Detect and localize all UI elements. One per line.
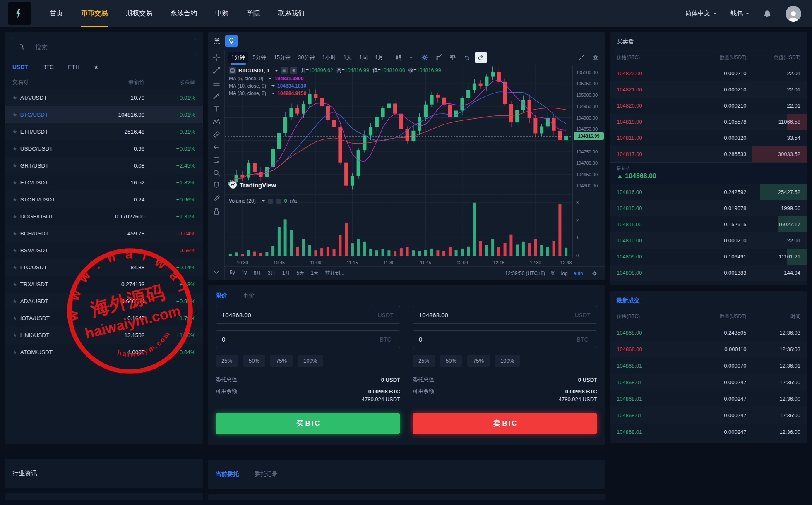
percent-button-75%[interactable]: 75%: [270, 355, 293, 367]
favorite-star-icon[interactable]: ★: [12, 332, 17, 338]
time-axis[interactable]: 10:3010:4511:0011:1511:3011:4512:0012:15…: [225, 258, 605, 266]
market-row[interactable]: ★BCH/USDT459.78-1.04%: [5, 225, 203, 242]
search-input[interactable]: [30, 43, 196, 50]
brand-logo[interactable]: [8, 2, 31, 25]
ask-row[interactable]: 104819.000.10557811066.58: [610, 114, 807, 130]
notifications-bell-icon[interactable]: [763, 10, 771, 18]
orders-tab-当前委托[interactable]: 当前委托: [216, 471, 239, 478]
chevron-down-icon[interactable]: [271, 85, 275, 89]
bid-row[interactable]: 104815.000.0190781999.66: [610, 200, 807, 216]
nav-item-学院[interactable]: 学院: [247, 0, 260, 27]
legend-eye-icon[interactable]: ◎: [281, 67, 288, 74]
nav-item-首页[interactable]: 首页: [50, 0, 63, 27]
wallet-menu[interactable]: 钱包: [730, 10, 749, 17]
market-row[interactable]: ★BSV/USDT30.3926-0.56%: [5, 242, 203, 259]
percent-button-25%[interactable]: 25%: [216, 355, 238, 367]
tab-USDT[interactable]: USDT: [12, 64, 28, 70]
buy-button[interactable]: 买 BTC: [216, 413, 400, 434]
volume-eye-icon[interactable]: [268, 199, 273, 204]
nav-item-期权交易[interactable]: 期权交易: [126, 0, 152, 27]
indicators-icon[interactable]: [432, 52, 445, 63]
chevron-down-icon[interactable]: [271, 93, 275, 96]
range-3月[interactable]: 3月: [268, 270, 276, 277]
percent-button-100%[interactable]: 100%: [298, 355, 323, 367]
percent-scale-button[interactable]: %: [551, 270, 555, 276]
price-axis[interactable]: 105100.00105050.00105000.00104950.001049…: [572, 65, 605, 258]
nav-item-永续合约[interactable]: 永续合约: [171, 0, 197, 27]
order-type-tab-限价[interactable]: 限价: [216, 292, 227, 299]
market-row[interactable]: ★TRX/USDT0.274193+1.3%: [5, 276, 203, 293]
interval-1天[interactable]: 1天: [340, 52, 355, 63]
market-row[interactable]: ★ATA/USDT10.79+0.01%: [5, 89, 203, 106]
favorite-star-icon[interactable]: ★: [12, 163, 17, 169]
zoom-icon[interactable]: [212, 169, 221, 177]
theme-light-button[interactable]: [225, 35, 238, 47]
market-row[interactable]: ★BTC/USDT104816.99+0.01%: [5, 106, 203, 123]
ask-row[interactable]: 104822.000.00021022.01: [610, 65, 807, 81]
interval-30分钟[interactable]: 30分钟: [295, 52, 318, 63]
ask-row[interactable]: 104817.000.28653330033.52: [610, 146, 807, 162]
interval-5分钟[interactable]: 5分钟: [249, 52, 269, 63]
market-row[interactable]: ★STORJ/USDT0.24+0.96%: [5, 191, 203, 208]
interval-1周[interactable]: 1周: [356, 52, 371, 63]
undo-icon[interactable]: [461, 52, 473, 63]
tab-BTC[interactable]: BTC: [42, 64, 54, 70]
sell-button[interactable]: 卖 BTC: [413, 413, 597, 434]
measure-icon[interactable]: [212, 194, 221, 203]
language-menu[interactable]: 简体中文: [685, 10, 716, 17]
theme-dark-button[interactable]: 黑: [214, 37, 220, 45]
tab-favorites[interactable]: ★: [94, 64, 99, 70]
magnet-icon[interactable]: [212, 182, 221, 190]
symbol-label[interactable]: BTCUSDT, 1: [238, 67, 269, 74]
range-6月[interactable]: 6月: [253, 270, 261, 277]
range-5天[interactable]: 5天: [296, 270, 304, 277]
market-row[interactable]: ★LINK/USDT13.1502+1.96%: [5, 327, 203, 344]
axis-settings-gear-icon[interactable]: [589, 269, 600, 278]
bid-row[interactable]: 104808.000.001383144.94: [610, 265, 807, 281]
range-前往到...[interactable]: 前往到...: [325, 270, 344, 277]
favorite-star-icon[interactable]: ★: [12, 281, 17, 287]
trend-line-icon[interactable]: [212, 66, 221, 74]
favorite-star-icon[interactable]: ★: [12, 129, 17, 135]
favorite-star-icon[interactable]: ★: [12, 315, 17, 321]
market-row[interactable]: ★DOGE/USDT0.17027600+1.31%: [5, 208, 203, 225]
crosshair-icon[interactable]: [212, 53, 221, 62]
market-row[interactable]: ★ATOM/USDT4.0005+0.04%: [5, 344, 203, 361]
favorite-star-icon[interactable]: ★: [12, 349, 17, 355]
range-1天[interactable]: 1天: [311, 270, 319, 277]
percent-button-25%[interactable]: 25%: [413, 355, 435, 367]
market-row[interactable]: ★USDC/USDT0.99+0.01%: [5, 140, 203, 157]
percent-button-50%[interactable]: 50%: [243, 355, 265, 367]
chevron-down-icon[interactable]: [409, 57, 413, 60]
percent-button-100%[interactable]: 100%: [495, 355, 520, 367]
market-row[interactable]: ★ADA/USDT0.600194+0.91%: [5, 293, 203, 310]
favorite-star-icon[interactable]: ★: [12, 196, 17, 203]
order-type-tab-市价[interactable]: 市价: [243, 292, 255, 299]
ask-row[interactable]: 104821.000.00021022.01: [610, 81, 807, 98]
ask-row[interactable]: 104820.000.00021022.01: [610, 98, 807, 114]
text-tool-icon[interactable]: [212, 105, 221, 113]
interval-1月[interactable]: 1月: [372, 52, 387, 63]
stickers-icon[interactable]: [212, 156, 221, 164]
chevron-down-icon[interactable]: [269, 78, 272, 81]
chart-settings-gear-icon[interactable]: [418, 52, 431, 63]
percent-button-50%[interactable]: 50%: [440, 355, 462, 367]
camera-snapshot-icon[interactable]: [590, 53, 601, 62]
nav-item-申购[interactable]: 申购: [215, 0, 228, 27]
range-1y[interactable]: 1y: [242, 270, 247, 277]
chevron-down-icon[interactable]: [262, 200, 265, 203]
interval-1小时[interactable]: 1小时: [319, 52, 339, 63]
market-row[interactable]: ★ETH/USDT2516.48+0.31%: [5, 123, 203, 140]
range-5y[interactable]: 5y: [230, 270, 235, 277]
buy-price-input[interactable]: [216, 306, 371, 323]
interval-15分钟[interactable]: 15分钟: [270, 52, 293, 63]
candle-style-icon[interactable]: [392, 52, 405, 63]
volume-settings-icon[interactable]: [276, 199, 281, 204]
xabcd-pattern-icon[interactable]: [212, 117, 221, 126]
percent-button-75%[interactable]: 75%: [467, 355, 490, 367]
range-1月[interactable]: 1月: [282, 270, 290, 277]
market-row[interactable]: ★LTC/USDT84.88+0.14%: [5, 259, 203, 276]
orders-tab-委托记录[interactable]: 委托记录: [255, 471, 278, 478]
lock-icon[interactable]: [212, 207, 221, 215]
compare-scales-icon[interactable]: [447, 52, 459, 63]
